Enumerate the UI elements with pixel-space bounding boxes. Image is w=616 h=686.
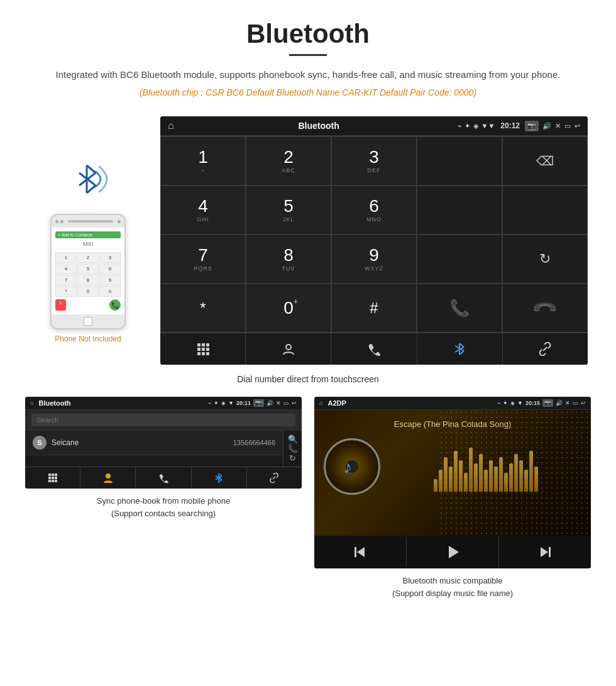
svg-rect-28 xyxy=(55,480,57,482)
back-icon[interactable]: ↩ xyxy=(575,122,580,130)
phone-key-1[interactable]: 1 xyxy=(55,252,77,263)
phonebook-bottom-phone[interactable] xyxy=(136,467,191,489)
phone-side-icon[interactable]: 📞 xyxy=(288,444,298,453)
dial-end-btn[interactable]: 📞 xyxy=(502,284,588,333)
phone-key-9[interactable]: 9 xyxy=(99,275,121,285)
svg-rect-20 xyxy=(48,473,51,476)
phone-key-2[interactable]: 2 xyxy=(77,252,99,263)
phonebook-bottom-grid[interactable] xyxy=(25,467,80,489)
phone-keypad: 1 2 3 4 5 6 7 8 9 * 0 # xyxy=(55,252,121,297)
home-icon[interactable]: ⌂ xyxy=(168,120,174,131)
dial-sub-3: DEF xyxy=(368,167,381,174)
dial-key-1[interactable]: 1 ∽ xyxy=(160,136,246,185)
dial-bottom-grid-btn[interactable] xyxy=(160,333,246,365)
phonebook-home-icon[interactable]: ⌂ xyxy=(30,400,33,406)
phone-key-3[interactable]: 3 xyxy=(99,252,121,263)
dial-key-6[interactable]: 6 MNO xyxy=(331,185,417,235)
music-volume-icon[interactable]: 🔊 xyxy=(556,400,563,406)
music-camera-icon[interactable]: 📷 xyxy=(542,399,553,407)
music-usb-icon: ⌁ xyxy=(497,400,500,406)
dial-key-hash[interactable]: # xyxy=(331,284,417,333)
phone-key-4[interactable]: 4 xyxy=(55,263,77,274)
svg-rect-10 xyxy=(206,348,209,351)
phonebook-bt-icon: ✦ xyxy=(214,400,219,406)
dial-key-9[interactable]: 9 WXYZ xyxy=(331,235,417,284)
refresh-side-icon[interactable]: ↻ xyxy=(289,453,296,463)
svg-point-29 xyxy=(106,473,111,479)
phonebook-search-input[interactable] xyxy=(31,414,295,426)
music-visualizer xyxy=(390,441,581,492)
phonebook-volume-icon[interactable]: 🔊 xyxy=(267,400,273,406)
phone-key-5[interactable]: 5 xyxy=(77,263,99,274)
dial-key-4[interactable]: 4 GHI xyxy=(160,185,246,235)
dial-key-star[interactable]: * xyxy=(160,284,246,333)
phone-home-btn[interactable] xyxy=(84,317,92,326)
dial-symbol-star: * xyxy=(200,299,206,317)
music-back-icon[interactable]: ↩ xyxy=(581,400,586,406)
dial-empty-1 xyxy=(417,136,502,185)
svg-rect-23 xyxy=(48,477,51,479)
music-close-icon[interactable]: ✕ xyxy=(565,400,570,406)
svg-line-18 xyxy=(459,351,464,355)
camera-icon[interactable]: 📷 xyxy=(525,121,539,131)
music-status-bar: ⌂ A2DP ⌁ ✦ ◈ ▼ 20:15 📷 🔊 ✕ ▭ ↩ xyxy=(314,397,591,410)
phone-cancel-btn[interactable]: ✕ xyxy=(55,299,66,311)
music-signal-icon: ▼ xyxy=(517,400,523,406)
dial-num-9: 9 xyxy=(369,246,379,264)
phonebook-bottom-link[interactable] xyxy=(247,467,302,489)
phone-key-star[interactable]: * xyxy=(55,286,77,297)
dial-key-8[interactable]: 8 TUV xyxy=(246,235,331,284)
refresh-icon: ↻ xyxy=(539,251,551,267)
music-prev-btn[interactable] xyxy=(314,538,407,567)
phonebook-close-icon[interactable]: ✕ xyxy=(276,400,281,406)
phonebook-window-icon[interactable]: ▭ xyxy=(283,400,289,406)
dial-sub-2: ABC xyxy=(282,167,295,174)
dial-key-0[interactable]: 0+ xyxy=(246,284,331,333)
dial-call-btn[interactable]: 📞 xyxy=(417,284,502,333)
search-side-icon[interactable]: 🔍 xyxy=(288,434,298,444)
music-screenshot-block: ⌂ A2DP ⌁ ✦ ◈ ▼ 20:15 📷 🔊 ✕ ▭ ↩ xyxy=(314,397,591,599)
phone-call-btn[interactable]: 📞 xyxy=(109,299,121,311)
svg-rect-11 xyxy=(197,352,201,355)
phone-key-8[interactable]: 8 xyxy=(77,275,99,285)
dial-bottom-contacts-btn[interactable] xyxy=(246,333,331,365)
dial-bottom-phone-btn[interactable] xyxy=(331,333,417,365)
phonebook-bottom-person[interactable] xyxy=(80,467,136,489)
phone-illustration: + Add to Contacts MXI 1 2 3 4 5 6 7 8 9 … xyxy=(28,116,148,343)
phone-screen-header: + Add to Contacts xyxy=(55,231,121,238)
phone-speaker xyxy=(68,220,113,223)
music-window-icon[interactable]: ▭ xyxy=(573,400,578,406)
svg-point-14 xyxy=(286,345,291,350)
phonebook-contact-row[interactable]: S Seicane 13566664466 xyxy=(25,431,283,455)
svg-marker-40 xyxy=(541,547,548,557)
backspace-icon: ⌫ xyxy=(536,153,554,169)
phonebook-camera-icon[interactable]: 📷 xyxy=(253,399,264,407)
dial-key-3[interactable]: 3 DEF xyxy=(331,136,417,185)
volume-icon[interactable]: 🔊 xyxy=(542,122,551,130)
phonebook-bottom-bluetooth[interactable] xyxy=(192,467,247,489)
dial-key-2[interactable]: 2 ABC xyxy=(246,136,331,185)
main-content: + Add to Contacts MXI 1 2 3 4 5 6 7 8 9 … xyxy=(0,116,616,365)
phonebook-content: S Seicane 13566664466 🔍 📞 ↻ xyxy=(25,431,302,467)
dial-key-7[interactable]: 7 PQRS xyxy=(160,235,246,284)
music-next-btn[interactable] xyxy=(499,538,591,567)
music-play-pause-btn[interactable] xyxy=(407,536,499,568)
phone-key-6[interactable]: 6 xyxy=(99,263,121,274)
dial-backspace-btn[interactable]: ⌫ xyxy=(502,136,588,185)
dial-key-5[interactable]: 5 JKL xyxy=(246,185,331,235)
phone-bottom-bar xyxy=(52,314,124,328)
dial-num-2: 2 xyxy=(283,148,294,166)
album-art: ♪ xyxy=(324,438,380,495)
phonebook-back-icon[interactable]: ↩ xyxy=(292,400,297,406)
phone-key-0[interactable]: 0 xyxy=(77,286,99,297)
dial-bottom-bluetooth-btn[interactable] xyxy=(417,333,503,365)
dial-sub-1: ∽ xyxy=(201,167,206,174)
dial-refresh-btn[interactable]: ↻ xyxy=(502,235,588,284)
music-home-icon[interactable]: ⌂ xyxy=(319,400,322,406)
phone-key-7[interactable]: 7 xyxy=(55,275,77,285)
window-icon[interactable]: ▭ xyxy=(564,122,571,130)
close-window-icon[interactable]: ✕ xyxy=(555,122,561,130)
dial-bottom-link-btn[interactable] xyxy=(503,333,588,365)
phone-key-hash[interactable]: # xyxy=(99,286,121,297)
dial-empty-4 xyxy=(417,235,502,284)
